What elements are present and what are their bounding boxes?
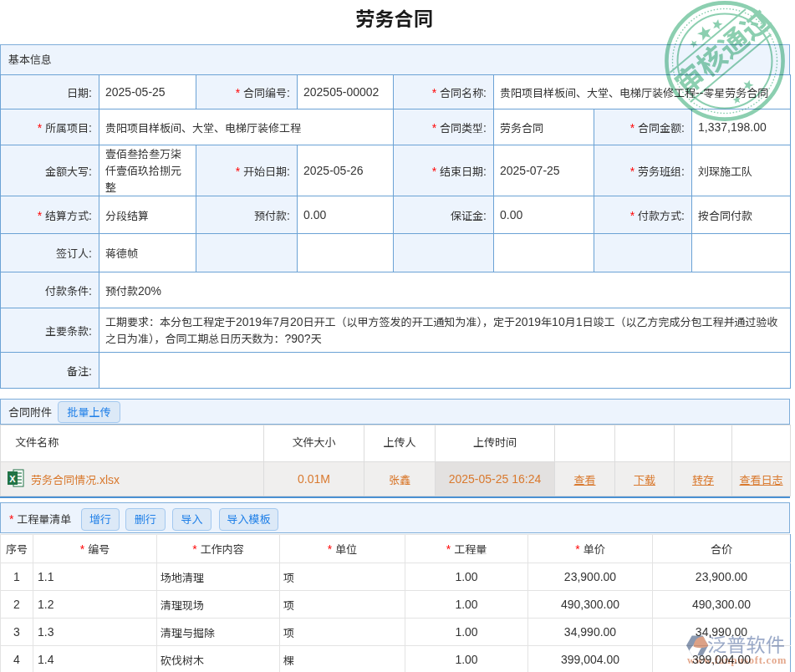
svg-text:泛普软件: 泛普软件: [707, 629, 785, 658]
svg-text:X: X: [9, 474, 16, 484]
svg-text:www.fanpusoft.com: www.fanpusoft.com: [687, 654, 787, 666]
